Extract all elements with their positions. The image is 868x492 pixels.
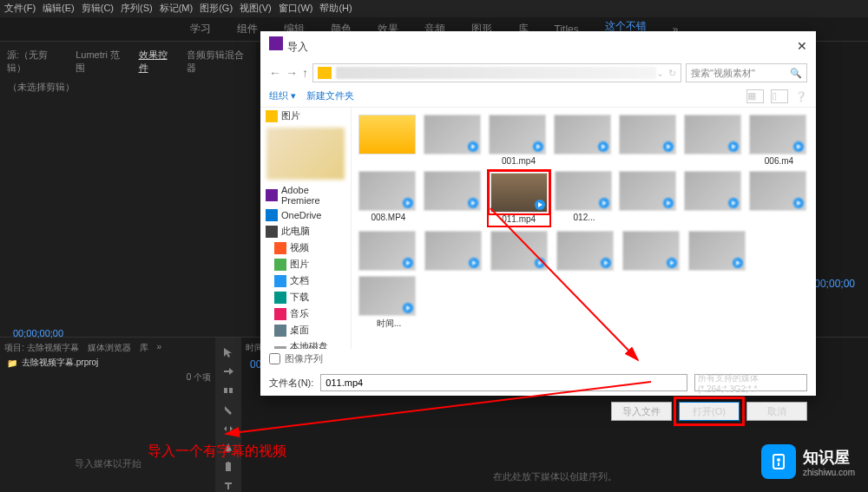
- import-dialog: 导入 ✕ ← → ↑ ⌄ ↻ 搜索"视频素材" 🔍 组织 ▾ 新建文件夹 ▦ ▯…: [260, 31, 816, 396]
- logo: 知识屋 zhishiwu.com: [761, 444, 855, 479]
- type-tool-icon[interactable]: [222, 480, 234, 492]
- file-thumb[interactable]: [684, 171, 744, 226]
- file-thumb[interactable]: [619, 115, 679, 166]
- sidebar-item-onedrive[interactable]: OneDrive: [260, 207, 351, 223]
- sidebar-preview-thumb: [266, 128, 345, 180]
- menu-file[interactable]: 文件(F): [4, 2, 36, 16]
- view-mode-icon[interactable]: ▦: [746, 89, 764, 103]
- tab-library[interactable]: 库: [140, 342, 148, 354]
- cancel-button[interactable]: 取消: [746, 402, 807, 421]
- file-type-filter[interactable]: 所有支持的媒体 (*.264;*.3G2;*.*: [694, 374, 807, 391]
- file-thumb[interactable]: [424, 115, 483, 166]
- menu-window[interactable]: 窗口(W): [279, 2, 313, 16]
- svg-point-5: [777, 458, 780, 462]
- nav-forward-icon[interactable]: →: [286, 66, 298, 80]
- nav-up-icon[interactable]: ↑: [302, 66, 308, 80]
- file-thumb[interactable]: [490, 231, 551, 271]
- file-thumb[interactable]: [622, 231, 683, 271]
- svg-rect-1: [229, 388, 233, 393]
- search-icon[interactable]: 🔍: [790, 68, 802, 79]
- sidebar-item-videos[interactable]: 视频: [260, 239, 351, 256]
- tab-audio-mixer[interactable]: 音频剪辑混合器: [187, 49, 249, 75]
- annotation-text: 导入一个有字幕的视频: [148, 443, 286, 461]
- razor-tool-icon[interactable]: [222, 403, 234, 416]
- sidebar-item-music[interactable]: 音乐: [260, 305, 351, 322]
- dialog-sidebar: 图片 Adobe Premiere OneDrive 此电脑 视频 图片 文档 …: [260, 108, 352, 349]
- file-thumb[interactable]: 006.m4: [749, 115, 809, 166]
- tab-media-browser[interactable]: 媒体浏览器: [88, 342, 131, 354]
- image-sequence-checkbox[interactable]: [269, 353, 280, 364]
- svg-rect-0: [224, 388, 227, 393]
- sidebar-item-pictures[interactable]: 图片: [260, 108, 351, 124]
- sidebar-item-downloads[interactable]: 下载: [260, 289, 351, 305]
- path-dropdown-icon[interactable]: ⌄: [656, 68, 664, 79]
- file-thumb[interactable]: [424, 171, 483, 226]
- project-file-icon: 📁: [7, 358, 17, 368]
- tab-effect-controls[interactable]: 效果控件: [139, 49, 174, 75]
- sidebar-item-pictures2[interactable]: 图片: [260, 256, 351, 272]
- preview-pane-icon[interactable]: ▯: [771, 89, 788, 103]
- selection-tool-icon[interactable]: [222, 346, 234, 358]
- filename-input[interactable]: [320, 374, 687, 391]
- organize-dropdown[interactable]: 组织 ▾: [269, 89, 296, 103]
- path-refresh-icon[interactable]: ↻: [668, 68, 676, 79]
- file-thumb[interactable]: 008.MP4: [358, 171, 418, 226]
- open-button[interactable]: 打开(O): [679, 402, 740, 421]
- file-thumb-selected[interactable]: 011.mp4: [489, 171, 549, 226]
- tab-project[interactable]: 项目: 去除视频字幕: [4, 342, 79, 354]
- tab-source[interactable]: 源:（无剪辑）: [7, 49, 62, 75]
- file-thumb[interactable]: [358, 115, 418, 166]
- path-input[interactable]: ⌄ ↻: [312, 63, 681, 82]
- file-thumb[interactable]: [554, 115, 614, 166]
- sidebar-item-premiere[interactable]: Adobe Premiere: [260, 183, 351, 207]
- project-item-count: 0 个项: [4, 371, 211, 384]
- file-grid[interactable]: 001.mp4 006.m4 008.MP4 011.mp4 012...: [352, 108, 816, 349]
- menu-clip[interactable]: 剪辑(C): [82, 2, 114, 16]
- menu-marker[interactable]: 标记(M): [160, 2, 194, 16]
- import-folder-button[interactable]: 导入文件: [611, 402, 672, 421]
- file-thumb[interactable]: [684, 115, 744, 166]
- filename-label: 文件名(N):: [269, 377, 313, 390]
- sidebar-item-documents[interactable]: 文档: [260, 272, 351, 289]
- dialog-title: 导入: [287, 41, 308, 53]
- menu-sequence[interactable]: 序列(S): [121, 2, 153, 16]
- ws-tab-learn[interactable]: 学习: [190, 22, 211, 36]
- file-thumb[interactable]: [556, 231, 617, 271]
- sidebar-item-disk-c[interactable]: 本地磁盘 (C:): [260, 338, 351, 349]
- svg-rect-6: [778, 462, 779, 466]
- help-icon[interactable]: ❔: [795, 91, 807, 102]
- file-thumb[interactable]: 012...: [555, 171, 615, 226]
- tab-lumetri[interactable]: Lumetri 范围: [76, 49, 125, 75]
- file-thumb[interactable]: [358, 231, 419, 271]
- menu-view[interactable]: 视图(V): [240, 2, 272, 16]
- hand-tool-icon[interactable]: [222, 461, 234, 473]
- menu-edit[interactable]: 编辑(E): [43, 2, 75, 16]
- menu-help[interactable]: 帮助(H): [319, 2, 352, 16]
- folder-icon: [318, 67, 332, 79]
- sidebar-item-thispc[interactable]: 此电脑: [260, 223, 351, 239]
- file-thumb[interactable]: [688, 231, 749, 271]
- file-thumb[interactable]: [424, 231, 485, 271]
- close-button[interactable]: ✕: [797, 39, 807, 53]
- tab-more[interactable]: »: [157, 342, 162, 354]
- nav-back-icon[interactable]: ←: [269, 66, 281, 80]
- source-panel: 源:（无剪辑） Lumetri 范围 效果控件 音频剪辑混合器 （未选择剪辑）: [0, 42, 256, 337]
- left-timecode: 00;00;00;00: [13, 328, 63, 338]
- sidebar-item-desktop[interactable]: 桌面: [260, 322, 351, 338]
- search-input[interactable]: 搜索"视频素材" 🔍: [686, 63, 807, 82]
- menubar: 文件(F) 编辑(E) 剪辑(C) 序列(S) 标记(M) 图形(G) 视图(V…: [0, 0, 868, 17]
- slip-tool-icon[interactable]: [222, 423, 234, 435]
- file-thumb[interactable]: 时间...: [358, 276, 419, 330]
- path-text: [336, 67, 656, 79]
- image-sequence-label: 图像序列: [285, 352, 323, 365]
- menu-graphics[interactable]: 图形(G): [200, 2, 233, 16]
- ws-tab-assembly[interactable]: 组件: [237, 22, 258, 36]
- track-select-tool-icon[interactable]: [222, 365, 234, 377]
- project-panel: 项目: 去除视频字幕 媒体浏览器 库 » 📁 去除视频字幕.prproj 0 个…: [0, 338, 215, 492]
- tools-panel: [215, 338, 241, 492]
- ripple-tool-icon[interactable]: [222, 384, 234, 397]
- file-thumb[interactable]: 001.mp4: [489, 115, 549, 166]
- file-thumb[interactable]: [749, 171, 809, 226]
- file-thumb[interactable]: [619, 171, 679, 226]
- new-folder-button[interactable]: 新建文件夹: [306, 89, 354, 103]
